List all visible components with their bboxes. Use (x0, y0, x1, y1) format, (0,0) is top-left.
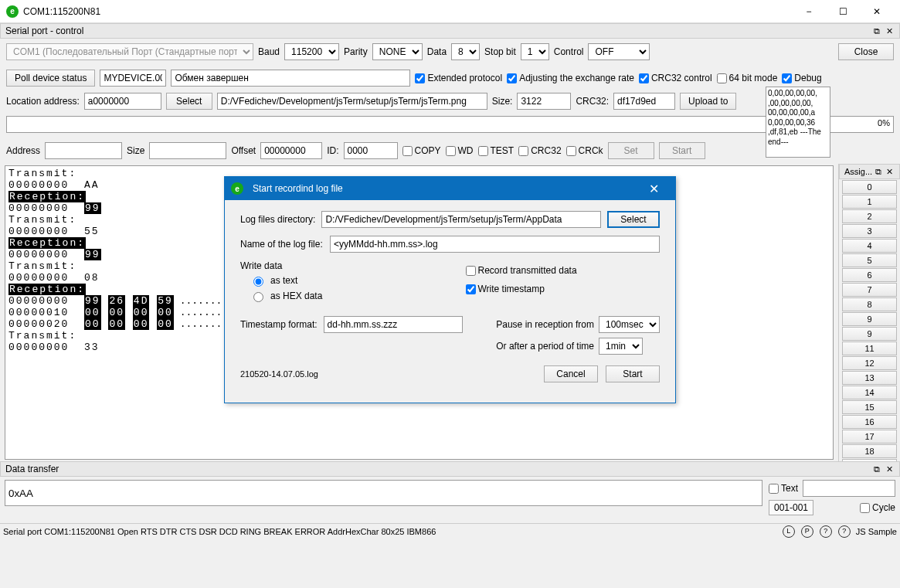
log-filename-preview: 210520-14.07.05.log (240, 369, 318, 379)
status-bar: Serial port COM1:115200N81 Open RTS DTR … (0, 523, 900, 539)
serial-panel-title: Serial port - control (5, 25, 83, 36)
crc32-control-check[interactable]: CRC32 control (639, 73, 712, 83)
parity-select[interactable]: NONE (372, 43, 423, 60)
maximize-button[interactable]: ☐ (826, 0, 860, 23)
crc32-input[interactable] (613, 93, 675, 110)
as-text-radio[interactable]: as text (250, 274, 435, 287)
minimize-button[interactable]: − (792, 0, 826, 23)
start-button[interactable]: Start (659, 142, 705, 159)
size2-input[interactable] (149, 142, 226, 159)
dialog-close-button[interactable]: ✕ (638, 177, 669, 200)
float-icon[interactable]: ⧉ (871, 25, 882, 36)
debug-check[interactable]: Debug (782, 73, 821, 83)
crc32-label: CRC32: (576, 96, 609, 107)
assign-item[interactable]: 18 (842, 444, 897, 458)
address-input[interactable] (45, 142, 122, 159)
status-circle-p[interactable]: P (801, 525, 813, 538)
close-window-button[interactable]: ✕ (860, 0, 894, 23)
assign-item[interactable]: 14 (842, 386, 897, 399)
close-panel-icon[interactable]: ✕ (884, 25, 895, 36)
id-input[interactable] (344, 142, 398, 159)
range-box: 001-001 (769, 500, 813, 515)
assign-item[interactable]: 1 (842, 195, 897, 209)
text-input[interactable] (803, 480, 895, 497)
device-name-input[interactable] (100, 70, 166, 87)
poll-status-input[interactable] (171, 70, 410, 87)
assign-item[interactable]: 11 (842, 342, 897, 355)
set-button[interactable]: Set (608, 142, 654, 159)
stop-bit-select[interactable]: 1 (521, 43, 549, 60)
assign-item[interactable]: 13 (842, 371, 897, 385)
assign-item[interactable]: 7 (842, 283, 897, 297)
assign-item[interactable]: 17 (842, 430, 897, 444)
poll-device-button[interactable]: Poll device status (6, 70, 95, 87)
status-circle-3[interactable]: ? (820, 525, 832, 538)
location-address-input[interactable] (84, 93, 161, 110)
assign-item[interactable]: 4 (842, 239, 897, 253)
app-icon: e (6, 5, 19, 18)
extended-protocol-check[interactable]: Extended protocol (415, 73, 502, 83)
serial-panel-header: Serial port - control ⧉ ✕ (0, 23, 900, 39)
assign-close-icon[interactable]: ✕ (885, 166, 895, 177)
assign-item[interactable]: 15 (842, 400, 897, 414)
assign-item[interactable]: 3 (842, 224, 897, 238)
as-hex-radio[interactable]: as HEX data (250, 290, 435, 302)
logname-label: Name of the log file: (240, 239, 324, 250)
status-circle-4[interactable]: ? (838, 525, 851, 538)
record-tx-check[interactable]: Record transmitted data (466, 265, 661, 276)
bit64-check[interactable]: 64 bit mode (717, 73, 778, 83)
baud-select[interactable]: 115200 (284, 43, 339, 60)
com-port-select[interactable]: COM1 (Последовательный Порт (Стандартные… (6, 43, 253, 60)
assign-item[interactable]: 6 (842, 268, 897, 282)
debug-output[interactable]: 0,00,00,00,00, ,00,00,00,00, 00,00,00,00… (766, 87, 830, 158)
address-label: Address (6, 145, 40, 156)
crck-check[interactable]: CRCk (566, 145, 603, 156)
assign-item[interactable]: 2 (842, 209, 897, 223)
status-circle-l[interactable]: L (783, 525, 795, 538)
control-select[interactable]: OFF (588, 43, 650, 60)
assign-item[interactable]: 5 (842, 253, 897, 267)
copy-check[interactable]: COPY (402, 145, 441, 156)
offset-label: Offset (231, 145, 256, 156)
data-bits-select[interactable]: 8 (451, 43, 480, 60)
pause-select[interactable]: 100msec (599, 316, 660, 333)
assign-item[interactable]: 16 (842, 415, 897, 429)
period-select[interactable]: 1min (599, 338, 643, 355)
offset-input[interactable] (260, 142, 322, 159)
data-transfer-title: Data transfer (5, 464, 59, 474)
text-check[interactable]: Text (769, 483, 798, 494)
progress-text: 0% (878, 118, 890, 127)
tx-data-input[interactable] (5, 480, 762, 506)
wd-check[interactable]: WD (446, 145, 474, 156)
crc32-check[interactable]: CRC32 (518, 145, 561, 156)
dialog-select-button[interactable]: Select (607, 211, 660, 228)
test-check[interactable]: TEST (478, 145, 515, 156)
write-ts-check[interactable]: Write timestamp (466, 284, 661, 294)
assign-item[interactable]: 0 (842, 180, 897, 194)
dialog-cancel-button[interactable]: Cancel (544, 365, 598, 382)
file-size-input[interactable] (517, 93, 571, 110)
dialog-start-button[interactable]: Start (606, 365, 660, 382)
cycle-check[interactable]: Cycle (860, 502, 895, 513)
status-right: JS Sample (856, 527, 897, 536)
assign-float-icon[interactable]: ⧉ (874, 166, 883, 177)
select-file-button[interactable]: Select (166, 93, 212, 110)
assign-item[interactable]: 8 (842, 297, 897, 311)
dialog-titlebar[interactable]: e Start recordind log file ✕ (225, 177, 675, 200)
dt-close-icon[interactable]: ✕ (884, 464, 895, 474)
close-port-button[interactable]: Close (838, 43, 894, 60)
upload-button[interactable]: Upload to (680, 93, 736, 110)
assign-item[interactable]: 9 (842, 312, 897, 326)
dir-input[interactable] (321, 211, 601, 228)
assign-item[interactable]: 12 (842, 356, 897, 370)
file-path-input[interactable] (217, 93, 487, 110)
dt-float-icon[interactable]: ⧉ (871, 464, 882, 474)
assign-item[interactable]: 9 (842, 327, 897, 341)
pause-label: Pause in reception from (496, 319, 594, 330)
ts-format-label: Timestamp format: (240, 319, 318, 330)
adjust-rate-check[interactable]: Adjusting the exchange rate (507, 73, 634, 83)
ts-format-input[interactable] (324, 316, 463, 333)
assign-list[interactable]: 0123456789911121314151617181920212223 (839, 179, 900, 461)
baud-label: Baud (258, 46, 280, 57)
logname-input[interactable] (330, 236, 660, 253)
